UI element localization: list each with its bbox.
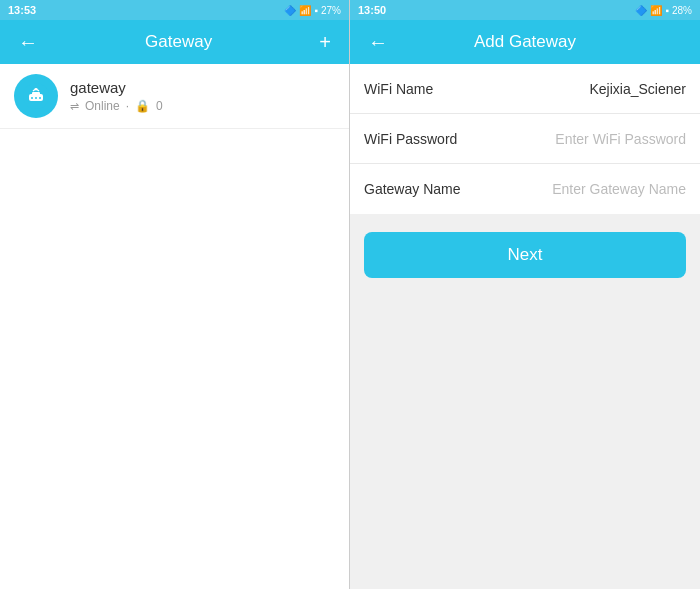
gateway-icon-circle [14,74,58,118]
gateway-info-block: gateway ⇌ Online · 🔒 0 [70,79,163,113]
wifi-name-row: WiFi Name Kejixia_Sciener [350,64,700,114]
left-add-button[interactable]: + [315,28,335,56]
next-button[interactable]: Next [364,232,686,278]
left-title: Gateway [42,32,315,52]
bluetooth-icon: 🔷 [284,5,296,16]
wifi-name-value: Kejixia_Sciener [474,81,686,97]
add-gateway-form: WiFi Name Kejixia_Sciener WiFi Password … [350,64,700,589]
next-button-wrap: Next [350,214,700,296]
battery-percent: 27% [321,5,341,16]
wifi-password-label: WiFi Password [364,131,474,147]
gateway-name-row[interactable]: Gateway Name Enter Gateway Name [350,164,700,214]
online-icon: ⇌ [70,100,79,113]
left-panel: 13:53 🔷 📶 ▪ 27% ← Gateway + [0,0,350,589]
wifi-password-row[interactable]: WiFi Password Enter WiFi Password [350,114,700,164]
battery-icon-r: ▪ [665,5,669,16]
right-title: Add Gateway [392,32,658,52]
left-status-icons: 🔷 📶 ▪ 27% [284,5,341,16]
gateway-name-label: Gateway Name [364,181,474,197]
signal-icon-r: 📶 [650,5,662,16]
device-count: 0 [156,99,163,113]
svg-rect-2 [32,92,40,95]
left-status-bar: 13:53 🔷 📶 ▪ 27% [0,0,349,20]
device-icon: 🔒 [135,99,150,113]
right-status-icons: 🔷 📶 ▪ 28% [635,5,692,16]
divider: · [126,99,129,113]
right-panel: 13:50 🔷 📶 ▪ 28% ← Add Gateway WiFi Name … [350,0,700,589]
right-time: 13:50 [358,4,386,16]
wifi-password-input[interactable]: Enter WiFi Password [474,131,686,147]
wifi-name-label: WiFi Name [364,81,474,97]
battery-percent-r: 28% [672,5,692,16]
svg-point-4 [35,97,37,99]
battery-icon: ▪ [314,5,318,16]
signal-icon: 📶 [299,5,311,16]
right-back-button[interactable]: ← [364,28,392,56]
online-label: Online [85,99,120,113]
gateway-name-input[interactable]: Enter Gateway Name [474,181,686,197]
gateway-device-icon [22,82,50,110]
svg-point-5 [39,97,41,99]
form-section: WiFi Name Kejixia_Sciener WiFi Password … [350,64,700,214]
right-status-bar: 13:50 🔷 📶 ▪ 28% [350,0,700,20]
left-back-button[interactable]: ← [14,28,42,56]
left-top-bar: ← Gateway + [0,20,349,64]
bluetooth-icon-r: 🔷 [635,5,647,16]
gateway-name-label: gateway [70,79,163,96]
svg-point-3 [31,97,33,99]
left-content: gateway ⇌ Online · 🔒 0 [0,64,349,589]
gateway-list-item[interactable]: gateway ⇌ Online · 🔒 0 [0,64,349,129]
right-top-bar: ← Add Gateway [350,20,700,64]
gateway-status-row: ⇌ Online · 🔒 0 [70,99,163,113]
left-time: 13:53 [8,4,36,16]
